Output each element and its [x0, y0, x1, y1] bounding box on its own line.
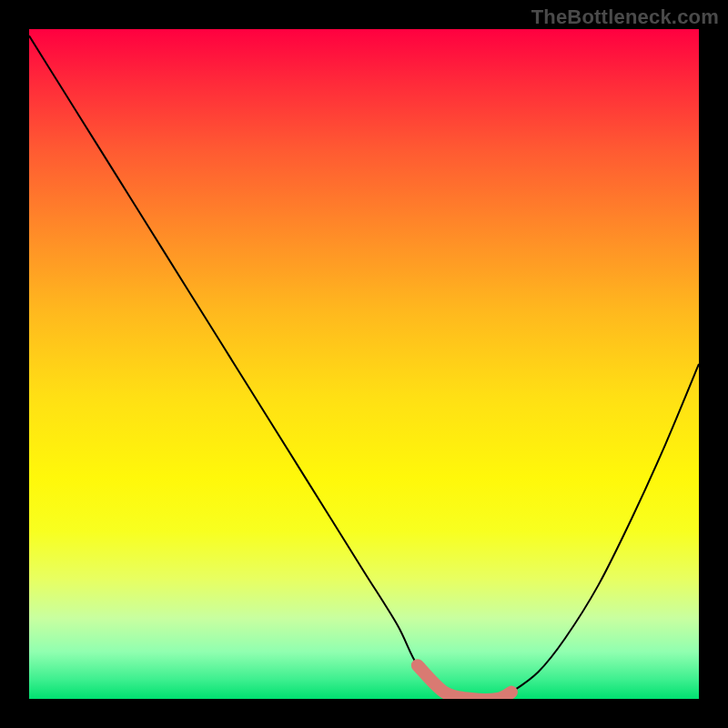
chart-frame: TheBottleneck.com — [0, 0, 728, 728]
plot-area — [29, 29, 699, 699]
curve-optimal-highlight — [418, 665, 511, 699]
bottleneck-curve — [29, 29, 699, 699]
curve-path — [29, 35, 699, 699]
watermark-text: TheBottleneck.com — [531, 5, 719, 29]
